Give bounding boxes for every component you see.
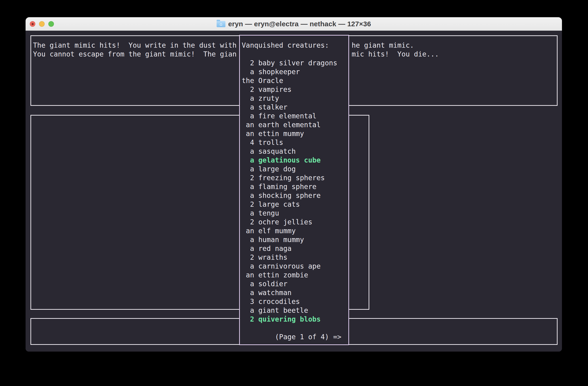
vanquished-list-item: a flaming sphere: [242, 182, 316, 191]
vanquished-list-item: an ettin mummy: [242, 129, 304, 138]
vanquished-list-item: 3 crocodiles: [242, 297, 300, 306]
window-title: eryn — eryn@electra — nethack — 127×36: [228, 20, 371, 28]
vanquished-list-item: a watchman: [242, 288, 292, 297]
terminal-screen[interactable]: The giant mimic hits! You write in the d…: [25, 31, 562, 352]
unsaved-dot-icon: [32, 23, 34, 25]
message-line-right: mic hits! You die...: [352, 50, 439, 59]
vanquished-list-item: a large dog: [242, 165, 296, 173]
vanquished-list-item: a shocking sphere: [242, 191, 321, 200]
vanquished-list-item: a carnivorous ape: [242, 262, 321, 271]
traffic-lights: [30, 17, 54, 31]
vanquished-list-item: 2 ochre jellies: [242, 218, 312, 226]
message-line-right: he giant mimic.: [352, 41, 414, 50]
house-icon: ⌂: [220, 22, 222, 26]
vanquished-list-item: 4 trolls: [242, 138, 283, 147]
vanquished-list-item: a red naga: [242, 244, 292, 253]
home-folder-icon: ⌂: [217, 21, 225, 27]
window-title-group: ⌂ eryn — eryn@electra — nethack — 127×36: [217, 20, 371, 28]
vanquished-list-item: a sasquatch: [242, 147, 296, 156]
popup-pager: (Page 1 of 4) =>: [275, 333, 341, 341]
vanquished-list-item: 2 baby silver dragons: [242, 59, 337, 67]
message-line-left: The giant mimic hits! You write in the d…: [33, 41, 239, 50]
vanquished-popup: Vanquished creatures: 2 baby silver drag…: [239, 35, 349, 345]
desktop: ⌂ eryn — eryn@electra — nethack — 127×36…: [0, 0, 588, 386]
vanquished-list-item: the Oracle: [242, 76, 283, 85]
title-bar[interactable]: ⌂ eryn — eryn@electra — nethack — 127×36: [25, 17, 562, 31]
vanquished-list-item: a soldier: [242, 279, 288, 288]
vanquished-list-item: an elf mummy: [242, 226, 296, 235]
popup-title: Vanquished creatures:: [242, 41, 329, 50]
message-line-left: You cannot escape from the giant mimic! …: [33, 50, 239, 59]
vanquished-list-item: an earth elemental: [242, 120, 321, 129]
zoom-button[interactable]: [48, 21, 54, 27]
vanquished-list-item: 2 freezing spheres: [242, 173, 325, 182]
vanquished-list-item: a fire elemental: [242, 112, 316, 120]
vanquished-list-item: a gelatinous cube: [242, 156, 321, 165]
vanquished-list-item: 2 large cats: [242, 200, 300, 209]
vanquished-list-item: a shopkeeper: [242, 67, 300, 76]
vanquished-list-item: a giant beetle: [242, 306, 308, 315]
vanquished-list-item: a human mummy: [242, 235, 304, 244]
vanquished-list-item: a zruty: [242, 94, 279, 103]
minimize-button[interactable]: [39, 21, 45, 27]
vanquished-list-item: 2 quivering blobs: [242, 315, 321, 324]
vanquished-list-item: a stalker: [242, 103, 288, 112]
vanquished-list-item: 2 wraiths: [242, 253, 288, 262]
terminal-window: ⌂ eryn — eryn@electra — nethack — 127×36…: [25, 17, 562, 352]
close-button[interactable]: [30, 21, 35, 27]
vanquished-list-item: 2 vampires: [242, 85, 292, 94]
vanquished-list-item: a tengu: [242, 209, 279, 218]
vanquished-list-item: an ettin zombie: [242, 271, 308, 279]
